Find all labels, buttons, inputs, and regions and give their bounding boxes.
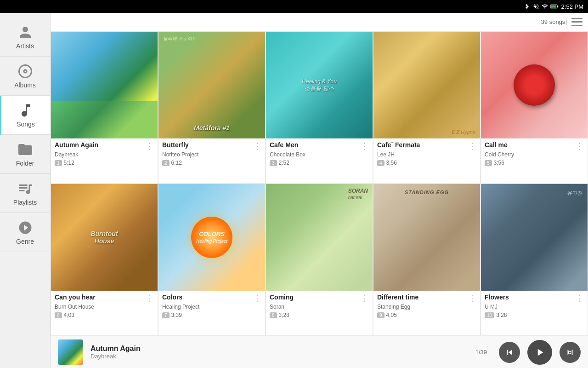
svg-point-5 (24, 71, 26, 72)
next-button[interactable] (560, 342, 581, 363)
album-duration: 3;28 (279, 312, 289, 318)
album-title: Can you hear (55, 293, 96, 301)
status-time: 2:52 PM (561, 3, 583, 10)
album-duration: 5;12 (64, 160, 74, 166)
sidebar-genre-label: Genre (16, 238, 34, 245)
album-cell-2[interactable]: Metáfora #1놀리테 프로젝트Butterfly⋮Noriteo Pro… (158, 31, 266, 184)
album-artist: Daybreak (55, 151, 154, 158)
sidebar: Artists Albums Songs Folder Playlists Ge… (0, 13, 51, 368)
sidebar-playlists-label: Playlists (13, 199, 37, 206)
sidebar-item-genre[interactable]: Genre (0, 213, 50, 252)
album-title: Call me (485, 141, 508, 149)
album-more-button[interactable]: ⋮ (253, 141, 261, 151)
album-duration: 2;52 (279, 160, 289, 166)
now-playing-artist: Daybreak (90, 353, 468, 360)
album-cell-10[interactable]: 유미진Flowers⋮U MJ103;28 (481, 184, 588, 336)
previous-button[interactable] (499, 342, 520, 363)
album-duration: 6;12 (171, 160, 182, 166)
album-duration: 3;39 (171, 312, 182, 318)
sidebar-item-albums[interactable]: Albums (0, 57, 50, 96)
album-artist: Chocolate Box (270, 151, 369, 158)
album-cell-5[interactable]: Call me⋮Cold Cherry53;56 (481, 31, 588, 184)
sidebar-albums-label: Albums (14, 81, 36, 89)
album-cell-9[interactable]: STANDING EGGDifferent time⋮Standing Egg9… (373, 184, 481, 336)
status-icons (524, 3, 559, 10)
top-bar: [39 songs] (51, 13, 588, 31)
sidebar-item-playlists[interactable]: Playlists (0, 174, 50, 213)
now-playing-bar: Autumn Again Daybreak 1/39 (51, 336, 588, 368)
album-cell-6[interactable]: BurntoutHouseCan you hear⋮Burn Out House… (51, 184, 158, 336)
album-title: Cafe` Fermata (377, 141, 420, 149)
album-artist: U MJ (485, 304, 584, 310)
album-grid: DaybreakauteriaAutumn Again⋮Daybreak15;1… (51, 31, 588, 336)
play-button[interactable] (527, 340, 552, 365)
album-duration: 3;56 (386, 160, 397, 166)
sidebar-songs-label: Songs (17, 121, 35, 128)
sidebar-artists-label: Artists (16, 42, 34, 50)
album-more-button[interactable]: ⋮ (361, 141, 369, 151)
album-artist: Soran (270, 304, 369, 310)
sidebar-item-folder[interactable]: Folder (0, 135, 50, 174)
album-title: Flowers (485, 293, 509, 301)
album-artist: Burn Out House (55, 304, 154, 310)
album-title: Different time (377, 293, 418, 301)
now-playing-title: Autumn Again (90, 345, 468, 353)
album-more-button[interactable]: ⋮ (576, 141, 584, 151)
album-cell-4[interactable]: E Z HypnpCafe` Fermata⋮Lee JH43;56 (373, 31, 481, 184)
sidebar-item-songs[interactable]: Songs (0, 96, 50, 135)
album-more-button[interactable]: ⋮ (146, 141, 154, 151)
album-more-button[interactable]: ⋮ (468, 293, 476, 304)
sidebar-folder-label: Folder (16, 160, 34, 167)
album-cell-8[interactable]: SORANnaturalComing⋮Soran83;28 (266, 184, 373, 336)
now-playing-art (58, 339, 83, 365)
sidebar-item-artists[interactable]: Artists (0, 17, 50, 57)
svg-rect-2 (551, 5, 556, 7)
album-title: Colors (162, 293, 182, 301)
album-title: Autumn Again (55, 141, 98, 149)
album-more-button[interactable]: ⋮ (146, 293, 154, 304)
album-duration: 4;03 (64, 312, 74, 318)
svg-rect-1 (557, 6, 558, 7)
album-title: Cafe Men (270, 141, 298, 149)
now-playing-info: Autumn Again Daybreak (90, 345, 468, 360)
main-area: Artists Albums Songs Folder Playlists Ge… (0, 13, 588, 368)
songs-count: [39 songs] (539, 18, 567, 25)
album-more-button[interactable]: ⋮ (576, 293, 584, 304)
album-more-button[interactable]: ⋮ (468, 141, 476, 151)
track-count: 1/39 (475, 349, 487, 356)
album-more-button[interactable]: ⋮ (253, 293, 261, 304)
album-more-button[interactable]: ⋮ (361, 293, 369, 304)
album-cell-1[interactable]: DaybreakauteriaAutumn Again⋮Daybreak15;1… (51, 31, 158, 184)
album-cell-3[interactable]: Healing & You소울링 댄스Cafe Men⋮Chocolate Bo… (266, 31, 373, 184)
album-artist: Cold Cherry (485, 151, 584, 158)
album-duration: 3;28 (496, 312, 507, 318)
album-artist: Healing Project (162, 304, 261, 310)
content-area: [39 songs] DaybreakauteriaAutumn Again⋮D… (51, 13, 588, 368)
album-artist: Noriteo Project (162, 151, 261, 158)
album-duration: 4;05 (386, 312, 397, 318)
album-cell-7[interactable]: COLORSHealing ProjectColors⋮Healing Proj… (158, 184, 266, 336)
album-title: Coming (270, 293, 294, 301)
album-artist: Lee JH (377, 151, 476, 158)
album-title: Butterfly (162, 141, 189, 149)
album-artist: Standing Egg (377, 304, 476, 310)
list-view-button[interactable] (571, 18, 582, 26)
album-duration: 3;56 (494, 160, 504, 166)
status-bar: 2:52 PM (0, 0, 588, 13)
